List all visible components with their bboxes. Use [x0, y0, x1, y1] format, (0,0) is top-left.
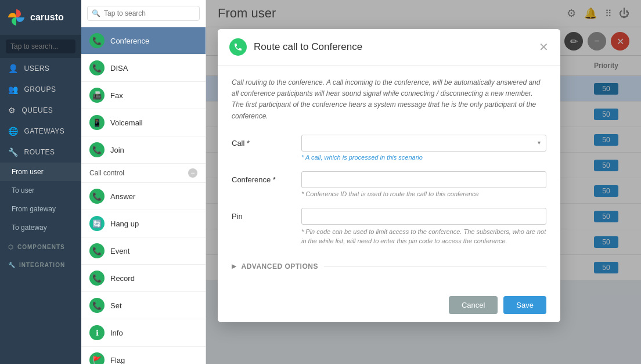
main-area: From user ⚙ 🔔 ⠿ ⏻ ✏ − ✕ Priority Enabled… — [206, 0, 641, 364]
set-label: Set — [110, 301, 122, 310]
sidebar-item-gateways[interactable]: 🌐 GATEWAYS — [0, 121, 81, 142]
sidebar-item-users[interactable]: 👤 USERS — [0, 58, 81, 79]
pin-field: * Pin code can be used to limit access t… — [301, 208, 546, 246]
list-item-flag[interactable]: 🚩 Flag — [81, 347, 206, 364]
flag-icon: 🚩 — [89, 352, 105, 364]
sidebar-item-queues-label: QUEUES — [22, 106, 53, 114]
groups-icon: 👥 — [8, 85, 19, 94]
pin-field-row: Pin * Pin code can be used to limit acce… — [232, 208, 546, 246]
list-item-voicemail[interactable]: 📱 Voicemail — [81, 109, 206, 136]
list-item-answer[interactable]: 📞 Answer — [81, 183, 206, 210]
sidebar-section-components: ⬡ COMPONENTS — [0, 239, 81, 255]
fax-label: Fax — [110, 91, 123, 100]
modal-footer: Cancel Save — [218, 288, 560, 322]
list-item-conference[interactable]: 📞 Conference — [81, 27, 206, 55]
modal-header-icon — [229, 38, 247, 56]
sidebar-search-area — [0, 35, 81, 58]
call-label: Call * — [232, 135, 301, 147]
hangup-label: Hang up — [110, 219, 139, 228]
call-control-label: Call control — [89, 169, 124, 177]
call-select[interactable] — [301, 135, 546, 152]
modal-overlay: Route call to Conference ✕ Call routing … — [206, 0, 641, 364]
disa-icon: 📞 — [89, 60, 105, 75]
sidebar-item-groups-label: GROUPS — [24, 85, 56, 93]
sidebar-sub-item-from-user[interactable]: From user — [0, 163, 81, 181]
set-icon: 📞 — [89, 298, 105, 313]
modal-header: Route call to Conference ✕ — [218, 29, 560, 66]
queues-icon: ⚙ — [8, 106, 16, 115]
list-item-disa[interactable]: 📞 DISA — [81, 55, 206, 82]
sidebar-sub-item-to-gateway[interactable]: To gateway — [0, 218, 81, 237]
list-item-fax[interactable]: 📠 Fax — [81, 82, 206, 109]
sidebar: carusto 👤 USERS 👥 GROUPS ⚙ QUEUES 🌐 GATE… — [0, 0, 81, 364]
conference-input[interactable] — [301, 171, 546, 188]
answer-icon: 📞 — [89, 189, 105, 204]
event-label: Event — [110, 247, 129, 255]
second-panel: 🔍 📞 Conference 📞 DISA 📠 Fax 📱 Voicemail … — [81, 0, 206, 364]
search-icon: 🔍 — [92, 9, 100, 17]
advanced-options-toggle[interactable]: ▶ ADVANCED OPTIONS — [232, 257, 546, 276]
advanced-arrow-icon: ▶ — [232, 263, 237, 269]
sidebar-item-groups[interactable]: 👥 GROUPS — [0, 79, 81, 100]
call-hint: * A call, which is processed in this sce… — [301, 154, 546, 161]
sidebar-section-integration: 🔧 INTEGRATION — [0, 257, 81, 273]
sidebar-item-routes[interactable]: 🔧 ROUTES — [0, 142, 81, 163]
gateways-icon: 🌐 — [8, 127, 19, 136]
advanced-options-label: ADVANCED OPTIONS — [242, 262, 318, 271]
modal: Route call to Conference ✕ Call routing … — [218, 29, 560, 322]
conference-icon: 📞 — [89, 33, 105, 48]
sidebar-sub-item-from-gateway[interactable]: From gateway — [0, 200, 81, 218]
record-icon: 📞 — [89, 271, 105, 286]
hangup-icon: 🔄 — [89, 216, 105, 231]
info-icon: ℹ — [89, 325, 105, 340]
modal-title: Route call to Conference — [254, 41, 539, 53]
panel-search-area: 🔍 — [81, 0, 206, 27]
search-wrap: 🔍 — [87, 6, 200, 21]
users-icon: 👤 — [8, 64, 19, 73]
call-field: * A call, which is processed in this sce… — [301, 135, 546, 161]
list-item-record[interactable]: 📞 Record — [81, 265, 206, 292]
panel-search-input[interactable] — [87, 6, 200, 21]
list-item-hangup[interactable]: 🔄 Hang up — [81, 210, 206, 237]
conference-label: Conference * — [232, 171, 301, 184]
disa-label: DISA — [110, 64, 128, 73]
list-item-info[interactable]: ℹ Info — [81, 319, 206, 347]
call-control-collapse[interactable]: − — [188, 168, 197, 178]
pin-hint: * Pin code can be used to limit access t… — [301, 227, 546, 246]
record-label: Record — [110, 274, 135, 283]
sidebar-sub-item-to-user[interactable]: To user — [0, 181, 81, 200]
item-list: 📞 Conference 📞 DISA 📠 Fax 📱 Voicemail 📞 … — [81, 27, 206, 364]
pin-input[interactable] — [301, 208, 546, 225]
call-field-row: Call * * A call, which is processed in t… — [232, 135, 546, 161]
modal-close-button[interactable]: ✕ — [539, 41, 549, 53]
list-item-join[interactable]: 📞 Join — [81, 136, 206, 164]
answer-label: Answer — [110, 192, 135, 201]
conference-field: * Conference ID that is used to route th… — [301, 171, 546, 197]
voicemail-icon: 📱 — [89, 115, 105, 130]
list-item-event[interactable]: 📞 Event — [81, 237, 206, 265]
sidebar-item-gateways-label: GATEWAYS — [24, 127, 65, 135]
section-components-icon: ⬡ — [8, 244, 14, 250]
conference-label: Conference — [110, 37, 149, 45]
sidebar-item-routes-label: ROUTES — [24, 148, 55, 156]
save-button[interactable]: Save — [503, 296, 546, 314]
cancel-button[interactable]: Cancel — [449, 296, 498, 314]
sidebar-item-users-label: USERS — [24, 64, 50, 73]
section-integration-icon: 🔧 — [8, 262, 16, 268]
sidebar-item-queues[interactable]: ⚙ QUEUES — [0, 100, 81, 121]
join-icon: 📞 — [89, 142, 105, 157]
phone-icon — [233, 42, 243, 52]
event-icon: 📞 — [89, 243, 105, 258]
call-control-header: Call control − — [81, 164, 206, 183]
fax-icon: 📠 — [89, 88, 105, 103]
flag-label: Flag — [110, 356, 125, 365]
modal-body: Call routing to the conference. A call i… — [218, 66, 560, 288]
list-item-set[interactable]: 📞 Set — [81, 292, 206, 319]
call-select-wrapper — [301, 135, 546, 152]
sidebar-search-input[interactable] — [6, 39, 75, 53]
conference-hint: * Conference ID that is used to route th… — [301, 190, 546, 197]
app-name: carusto — [30, 12, 64, 23]
routes-icon: 🔧 — [8, 147, 19, 157]
logo: carusto — [0, 0, 81, 35]
voicemail-label: Voicemail — [110, 118, 143, 127]
